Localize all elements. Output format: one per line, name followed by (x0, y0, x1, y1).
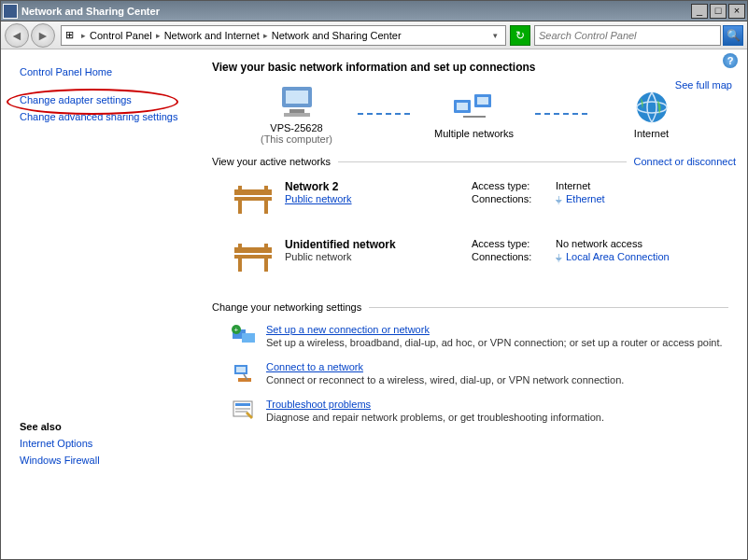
network-name: Network 2 (285, 180, 472, 193)
svg-rect-28 (236, 367, 246, 372)
see-also-header: See also (20, 421, 197, 432)
network-name: Unidentified network (285, 238, 472, 251)
breadcrumb-seg[interactable]: Control Panel (90, 30, 152, 41)
divider (369, 307, 728, 308)
change-adapter-settings-link[interactable]: Change adapter settings (20, 94, 197, 105)
connections-label: Connections: (472, 251, 556, 262)
action-title[interactable]: Connect to a network (266, 361, 363, 372)
title-bar: Network and Sharing Center _ □ × (1, 1, 747, 21)
globe-icon (629, 89, 674, 126)
search-input[interactable]: Search Control Panel (534, 25, 721, 46)
breadcrumb-icon: ⊞ (65, 29, 74, 41)
access-type-value: Internet (556, 180, 590, 191)
svg-rect-12 (234, 197, 272, 201)
svg-rect-5 (457, 103, 468, 110)
connection-link[interactable]: Local Area Connection (566, 251, 670, 262)
see-full-map-link[interactable]: See full map (675, 79, 732, 91)
network-map: See full map VPS-25628 (This computer) M… (212, 83, 736, 145)
action-desc: Set up a wireless, broadband, dial-up, a… (266, 337, 723, 348)
action-setup-connection[interactable]: + Set up a new connection or network Set… (212, 320, 736, 357)
chevron-icon: ▸ (81, 31, 86, 40)
map-this-computer: VPS-25628 (This computer) (246, 83, 348, 145)
connection-line (358, 113, 414, 115)
svg-rect-32 (235, 403, 250, 406)
svg-rect-21 (238, 244, 242, 247)
highlight-oval: Change adapter settings (20, 94, 197, 105)
svg-rect-17 (234, 247, 272, 253)
connection-link[interactable]: Ethernet (566, 193, 605, 204)
window-title: Network and Sharing Center (21, 6, 689, 17)
section-label: Change your networking settings (212, 301, 361, 313)
breadcrumb-seg[interactable]: Network and Sharing Center (272, 30, 402, 41)
plug-icon: ⏚ (556, 251, 562, 262)
divider (338, 161, 627, 162)
map-multiple-networks: Multiple networks (423, 89, 526, 139)
network-item: Unidentified network Public network Acce… (212, 232, 736, 290)
action-desc: Connect or reconnect to a wireless, wire… (266, 374, 624, 385)
map-internet-name: Internet (600, 128, 703, 139)
access-type-value: No network access (556, 238, 642, 249)
connections-label: Connections: (472, 193, 556, 204)
page-heading: View your basic network information and … (212, 61, 736, 74)
network-type-link[interactable]: Public network (285, 193, 352, 204)
access-type-label: Access type: (472, 180, 556, 191)
action-troubleshoot[interactable]: Troubleshoot problems Diagnose and repai… (212, 395, 736, 432)
svg-rect-18 (234, 255, 272, 259)
computer-icon (275, 83, 319, 120)
search-button[interactable]: 🔍 (723, 25, 743, 46)
svg-rect-22 (264, 244, 268, 247)
forward-button[interactable]: ► (31, 23, 55, 48)
section-label: View your active networks (212, 156, 331, 167)
breadcrumb-seg[interactable]: Network and Internet (164, 30, 260, 41)
svg-rect-7 (477, 97, 488, 105)
dropdown-icon[interactable]: ▾ (493, 31, 498, 40)
map-computer-sub: (This computer) (246, 133, 348, 145)
svg-rect-3 (284, 113, 310, 117)
refresh-button[interactable]: ↻ (510, 25, 530, 46)
chevron-icon: ▸ (156, 31, 161, 40)
bench-icon (231, 180, 275, 217)
svg-rect-14 (264, 201, 268, 214)
back-button[interactable]: ◄ (5, 23, 29, 48)
settings-header: Change your networking settings (212, 301, 736, 313)
svg-rect-2 (289, 109, 304, 113)
action-connect-network[interactable]: Connect to a network Connect or reconnec… (212, 357, 736, 395)
main-panel: ? View your basic network information an… (206, 49, 747, 560)
svg-rect-29 (238, 378, 251, 382)
svg-rect-15 (238, 186, 242, 189)
internet-options-link[interactable]: Internet Options (20, 438, 197, 449)
setup-connection-icon: + (231, 324, 257, 346)
search-placeholder: Search Control Panel (539, 30, 637, 41)
svg-rect-19 (238, 259, 242, 272)
active-networks-header: View your active networks Connect or dis… (212, 156, 736, 167)
address-bar[interactable]: ⊞ ▸ Control Panel ▸ Network and Internet… (61, 25, 506, 46)
bench-icon (231, 238, 275, 275)
map-mid-name: Multiple networks (423, 128, 526, 139)
toolbar: ◄ ► ⊞ ▸ Control Panel ▸ Network and Inte… (1, 21, 747, 49)
windows-firewall-link[interactable]: Windows Firewall (20, 455, 197, 466)
app-icon (3, 4, 18, 19)
connect-network-icon (231, 361, 257, 384)
sidebar: Control Panel Home Change adapter settin… (1, 49, 206, 560)
network-type-label: Public network (285, 251, 352, 262)
maximize-button[interactable]: □ (710, 4, 727, 19)
svg-rect-24 (242, 333, 255, 343)
troubleshoot-icon (231, 399, 257, 421)
network-item: Network 2 Public network Access type: In… (212, 175, 736, 232)
connect-disconnect-link[interactable]: Connect or disconnect (634, 156, 736, 167)
map-internet: Internet (600, 89, 703, 139)
svg-rect-13 (238, 201, 242, 214)
minimize-button[interactable]: _ (691, 4, 708, 19)
svg-rect-20 (264, 259, 268, 272)
close-button[interactable]: × (728, 4, 745, 19)
connection-line (535, 113, 591, 115)
svg-rect-11 (234, 189, 272, 195)
svg-point-9 (637, 92, 667, 122)
multiple-networks-icon (452, 89, 497, 126)
action-title[interactable]: Troubleshoot problems (266, 399, 371, 410)
help-icon[interactable]: ? (723, 53, 738, 68)
svg-rect-1 (286, 91, 308, 104)
control-panel-home-link[interactable]: Control Panel Home (20, 66, 197, 77)
action-title[interactable]: Set up a new connection or network (266, 324, 430, 335)
plug-icon: ⏚ (556, 193, 562, 204)
